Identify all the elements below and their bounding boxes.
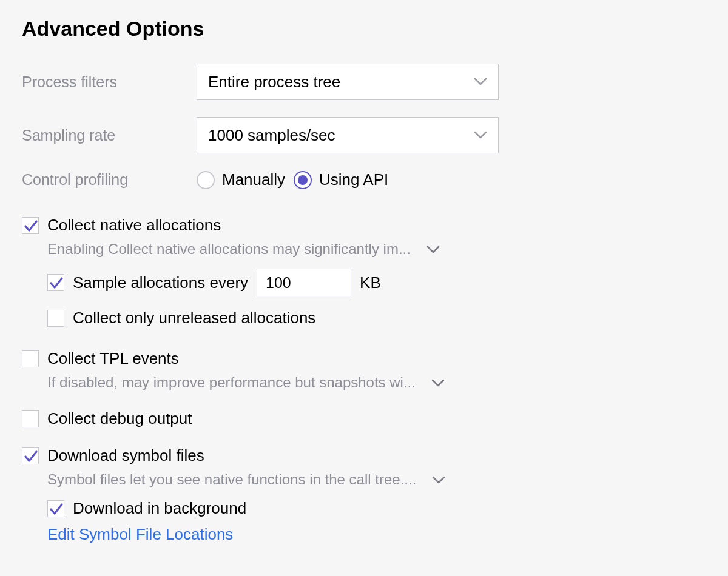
sample-alloc-row: Sample allocations every KB xyxy=(47,269,706,296)
sampling-rate-select[interactable]: 1000 samples/sec xyxy=(197,117,499,153)
collect-tpl-desc-row: If disabled, may improve performance but… xyxy=(22,374,706,391)
radio-using-api-label: Using API xyxy=(319,170,388,189)
collect-debug-block: Collect debug output xyxy=(22,409,706,428)
download-bg-label: Download in background xyxy=(73,499,246,518)
collect-tpl-label: Collect TPL events xyxy=(47,349,179,368)
expand-toggle[interactable] xyxy=(426,241,440,258)
radio-using-api[interactable]: Using API xyxy=(294,170,388,189)
expand-toggle[interactable] xyxy=(432,471,445,488)
chevron-down-icon xyxy=(474,131,487,139)
collect-native-checkbox[interactable] xyxy=(22,217,39,234)
radio-icon xyxy=(294,171,312,189)
download-symbols-row: Download symbol files xyxy=(22,446,706,465)
chevron-down-icon xyxy=(474,78,487,86)
collect-debug-row: Collect debug output xyxy=(22,409,706,428)
collect-tpl-checkbox[interactable] xyxy=(22,350,39,367)
download-bg-row: Download in background xyxy=(47,499,706,518)
collect-tpl-row: Collect TPL events xyxy=(22,349,706,368)
process-filters-label: Process filters xyxy=(22,73,197,91)
download-symbols-block: Download symbol files Symbol files let y… xyxy=(22,446,706,544)
download-symbols-subs: Download in background xyxy=(22,499,706,518)
collect-debug-label: Collect debug output xyxy=(47,409,192,428)
control-profiling-row: Control profiling Manually Using API xyxy=(22,170,706,189)
sample-alloc-checkbox[interactable] xyxy=(47,274,64,291)
collect-tpl-desc: If disabled, may improve performance but… xyxy=(47,374,416,391)
sampling-rate-value: 1000 samples/sec xyxy=(208,126,335,145)
sampling-rate-label: Sampling rate xyxy=(22,127,197,144)
collect-native-row: Collect native allocations xyxy=(22,216,706,235)
page-title: Advanced Options xyxy=(22,17,706,41)
sample-alloc-unit: KB xyxy=(360,273,381,292)
download-symbols-checkbox[interactable] xyxy=(22,447,39,464)
download-symbols-desc: Symbol files let you see native function… xyxy=(47,471,416,488)
process-filters-row: Process filters Entire process tree xyxy=(22,64,706,100)
radio-manually-label: Manually xyxy=(222,170,285,189)
collect-native-block: Collect native allocations Enabling Coll… xyxy=(22,216,706,327)
chevron-down-icon xyxy=(432,476,445,484)
collect-native-label: Collect native allocations xyxy=(47,216,221,235)
radio-manually[interactable]: Manually xyxy=(197,170,285,189)
control-profiling-label: Control profiling xyxy=(22,171,197,189)
chevron-down-icon xyxy=(426,246,440,254)
process-filters-value: Entire process tree xyxy=(208,73,340,92)
collect-unreleased-row: Collect only unreleased allocations xyxy=(47,309,706,327)
expand-toggle[interactable] xyxy=(431,374,445,391)
process-filters-select[interactable]: Entire process tree xyxy=(197,64,499,100)
collect-unreleased-label: Collect only unreleased allocations xyxy=(73,309,315,327)
collect-native-desc-row: Enabling Collect native allocations may … xyxy=(22,241,706,258)
collect-native-desc: Enabling Collect native allocations may … xyxy=(47,241,411,258)
radio-icon xyxy=(197,171,215,189)
control-profiling-radio-group: Manually Using API xyxy=(197,170,397,189)
chevron-down-icon xyxy=(431,379,445,387)
advanced-options-panel: Advanced Options Process filters Entire … xyxy=(0,0,728,561)
collect-debug-checkbox[interactable] xyxy=(22,410,39,427)
sample-alloc-label: Sample allocations every xyxy=(73,273,248,292)
download-symbols-desc-row: Symbol files let you see native function… xyxy=(22,471,706,488)
download-symbols-label: Download symbol files xyxy=(47,446,204,465)
collect-tpl-block: Collect TPL events If disabled, may impr… xyxy=(22,349,706,391)
collect-unreleased-checkbox[interactable] xyxy=(47,310,64,327)
collect-native-subs: Sample allocations every KB Collect only… xyxy=(22,269,706,327)
sample-alloc-input[interactable] xyxy=(257,269,351,296)
download-bg-checkbox[interactable] xyxy=(47,500,64,517)
edit-symbol-locations-link[interactable]: Edit Symbol File Locations xyxy=(22,525,706,544)
sampling-rate-row: Sampling rate 1000 samples/sec xyxy=(22,117,706,153)
